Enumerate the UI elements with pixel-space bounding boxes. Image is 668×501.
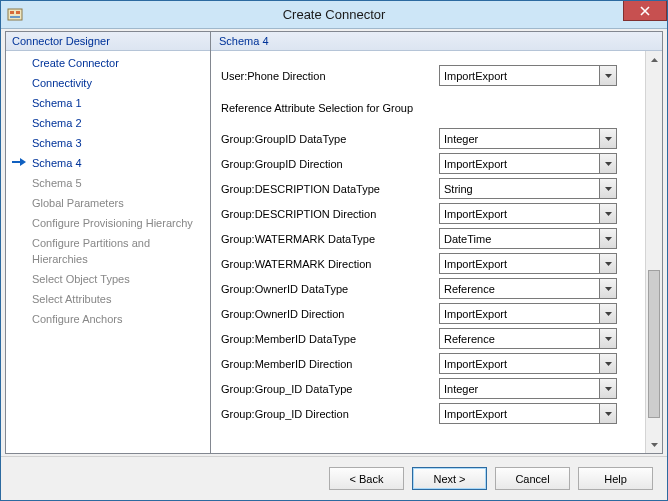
form-row: Group:OwnerID DataTypeReference [221, 276, 635, 301]
svg-rect-2 [16, 11, 20, 14]
nav-item[interactable]: Schema 5 [6, 173, 210, 193]
dropdown[interactable]: Integer [439, 128, 617, 149]
field-control: ImportExport [439, 153, 635, 174]
nav-item[interactable]: Create Connector [6, 53, 210, 73]
section-heading: Reference Attribute Selection for Group [221, 102, 635, 114]
field-control: ImportExport [439, 203, 635, 224]
field-control: ImportExport [439, 65, 635, 86]
form-row: Group:WATERMARK DataTypeDateTime [221, 226, 635, 251]
form-scroll-area: User:Phone DirectionImportExportReferenc… [211, 51, 645, 453]
chevron-down-icon[interactable] [599, 204, 616, 223]
body-area: Connector Designer Create ConnectorConne… [1, 29, 667, 456]
nav-item[interactable]: Select Attributes [6, 289, 210, 309]
dropdown[interactable]: String [439, 178, 617, 199]
dropdown-value: ImportExport [440, 358, 599, 370]
field-label: Group:DESCRIPTION Direction [221, 208, 439, 220]
field-label: Group:GroupID DataType [221, 133, 439, 145]
field-label: Group:GroupID Direction [221, 158, 439, 170]
chevron-down-icon[interactable] [599, 129, 616, 148]
dropdown-value: ImportExport [440, 258, 599, 270]
form-row: Group:GroupID DirectionImportExport [221, 151, 635, 176]
dropdown-value: ImportExport [440, 408, 599, 420]
vertical-scrollbar[interactable] [645, 51, 662, 453]
nav-header: Connector Designer [6, 32, 210, 51]
field-label: Group:Group_ID Direction [221, 408, 439, 420]
help-button[interactable]: Help [578, 467, 653, 490]
chevron-down-icon[interactable] [599, 154, 616, 173]
chevron-down-icon[interactable] [599, 66, 616, 85]
chevron-down-icon[interactable] [599, 379, 616, 398]
content-panel: Schema 4 User:Phone DirectionImportExpor… [211, 31, 663, 454]
scroll-thumb[interactable] [648, 270, 660, 417]
dropdown-value: Integer [440, 383, 599, 395]
back-button[interactable]: < Back [329, 467, 404, 490]
scroll-down-button[interactable] [646, 436, 662, 453]
chevron-down-icon[interactable] [599, 304, 616, 323]
field-control: Integer [439, 128, 635, 149]
chevron-down-icon[interactable] [599, 179, 616, 198]
dropdown[interactable]: Reference [439, 278, 617, 299]
scroll-track[interactable] [646, 68, 662, 436]
dropdown[interactable]: ImportExport [439, 353, 617, 374]
window-frame: Create Connector Connector Designer Crea… [0, 0, 668, 501]
dropdown[interactable]: ImportExport [439, 203, 617, 224]
nav-item[interactable]: Connectivity [6, 73, 210, 93]
dropdown-value: String [440, 183, 599, 195]
field-control: Reference [439, 328, 635, 349]
dropdown[interactable]: Reference [439, 328, 617, 349]
field-label: Group:DESCRIPTION DataType [221, 183, 439, 195]
content-body: User:Phone DirectionImportExportReferenc… [211, 51, 662, 453]
nav-item[interactable]: Configure Partitions and Hierarchies [6, 233, 210, 269]
field-control: String [439, 178, 635, 199]
form-row: Group:WATERMARK DirectionImportExport [221, 251, 635, 276]
dropdown-value: DateTime [440, 233, 599, 245]
form-row: Group:DESCRIPTION DirectionImportExport [221, 201, 635, 226]
chevron-down-icon[interactable] [599, 279, 616, 298]
nav-item[interactable]: Configure Anchors [6, 309, 210, 329]
field-control: ImportExport [439, 353, 635, 374]
dropdown-value: ImportExport [440, 70, 599, 82]
nav-item[interactable]: Schema 1 [6, 93, 210, 113]
field-label: Group:Group_ID DataType [221, 383, 439, 395]
cancel-button[interactable]: Cancel [495, 467, 570, 490]
dropdown[interactable]: ImportExport [439, 153, 617, 174]
field-label: Group:WATERMARK Direction [221, 258, 439, 270]
titlebar[interactable]: Create Connector [1, 1, 667, 29]
form-row: User:Phone DirectionImportExport [221, 63, 635, 88]
form-row: Group:GroupID DataTypeInteger [221, 126, 635, 151]
dropdown[interactable]: ImportExport [439, 303, 617, 324]
nav-item[interactable]: Schema 3 [6, 133, 210, 153]
app-icon [7, 7, 23, 23]
nav-item[interactable]: Schema 4 [6, 153, 210, 173]
nav-item[interactable]: Configure Provisioning Hierarchy [6, 213, 210, 233]
nav-panel: Connector Designer Create ConnectorConne… [5, 31, 211, 454]
field-control: ImportExport [439, 253, 635, 274]
chevron-down-icon[interactable] [599, 229, 616, 248]
scroll-up-button[interactable] [646, 51, 662, 68]
nav-item[interactable]: Select Object Types [6, 269, 210, 289]
content-header: Schema 4 [211, 32, 662, 51]
svg-rect-3 [10, 16, 20, 18]
form-row: Group:MemberID DataTypeReference [221, 326, 635, 351]
dropdown-value: ImportExport [440, 208, 599, 220]
next-button[interactable]: Next > [412, 467, 487, 490]
dropdown[interactable]: ImportExport [439, 403, 617, 424]
dropdown-value: ImportExport [440, 158, 599, 170]
close-button[interactable] [623, 1, 667, 21]
dropdown[interactable]: Integer [439, 378, 617, 399]
chevron-down-icon[interactable] [599, 254, 616, 273]
window-title: Create Connector [1, 7, 667, 22]
dropdown[interactable]: ImportExport [439, 65, 617, 86]
dropdown-value: ImportExport [440, 308, 599, 320]
form-row: Group:DESCRIPTION DataTypeString [221, 176, 635, 201]
field-label: Group:WATERMARK DataType [221, 233, 439, 245]
chevron-down-icon[interactable] [599, 354, 616, 373]
nav-item[interactable]: Schema 2 [6, 113, 210, 133]
field-label: Group:MemberID DataType [221, 333, 439, 345]
dropdown[interactable]: ImportExport [439, 253, 617, 274]
form-row: Group:Group_ID DataTypeInteger [221, 376, 635, 401]
dropdown[interactable]: DateTime [439, 228, 617, 249]
chevron-down-icon[interactable] [599, 404, 616, 423]
nav-item[interactable]: Global Parameters [6, 193, 210, 213]
chevron-down-icon[interactable] [599, 329, 616, 348]
